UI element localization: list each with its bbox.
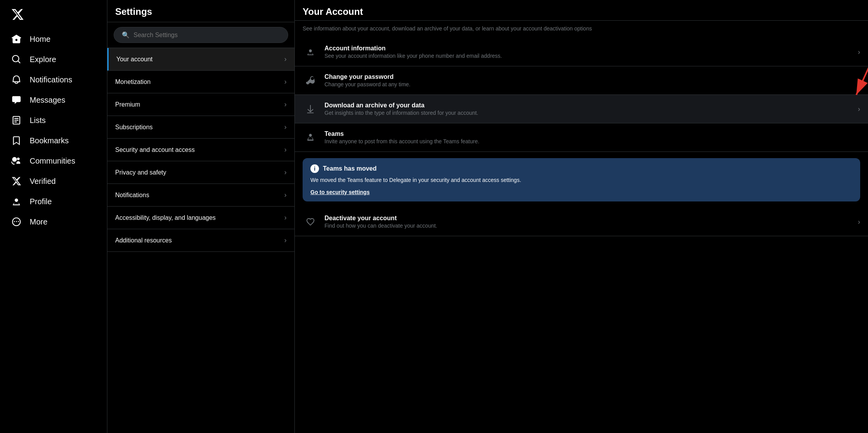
change-password-text: Change your password Change your passwor… <box>324 73 852 87</box>
teams-item[interactable]: Teams Invite anyone to post from this ac… <box>295 123 868 152</box>
search-icon: 🔍 <box>122 31 130 39</box>
sidebar: Home Explore Notifications Messages List… <box>0 0 107 433</box>
settings-menu-monetization[interactable]: Monetization › <box>107 71 294 93</box>
teams-desc: Invite anyone to post from this account … <box>324 138 860 144</box>
home-icon <box>11 34 22 45</box>
go-to-security-settings-link[interactable]: Go to security settings <box>310 189 852 195</box>
account-info-item[interactable]: Account information See your account inf… <box>295 38 868 66</box>
deactivate-desc: Find out how you can deactivate your acc… <box>324 223 852 229</box>
download-icon <box>303 101 318 117</box>
settings-panel: Settings 🔍 Your account › Monetization ›… <box>107 0 295 433</box>
messages-icon <box>11 94 22 105</box>
settings-menu-premium[interactable]: Premium › <box>107 93 294 116</box>
chevron-right-icon: › <box>284 78 287 86</box>
settings-menu-additional[interactable]: Additional resources › <box>107 229 294 252</box>
settings-menu-accessibility[interactable]: Accessibility, display, and languages › <box>107 207 294 229</box>
verified-label: Verified <box>30 177 56 186</box>
chevron-right-icon: › <box>284 123 287 131</box>
x-logo-icon <box>11 8 24 21</box>
profile-icon <box>11 196 22 207</box>
chevron-right-icon: › <box>284 191 287 199</box>
search-bar-wrapper: 🔍 <box>107 22 294 48</box>
account-info-desc: See your account information like your p… <box>324 53 852 59</box>
settings-menu-privacy-label: Privacy and safety <box>115 169 166 176</box>
key-icon <box>303 73 318 88</box>
bookmarks-icon <box>11 135 22 146</box>
download-archive-item[interactable]: Download an archive of your data Get ins… <box>295 95 868 123</box>
sidebar-item-verified[interactable]: Verified <box>5 171 102 191</box>
sidebar-item-messages[interactable]: Messages <box>5 90 102 110</box>
sidebar-item-lists[interactable]: Lists <box>5 110 102 130</box>
lists-label: Lists <box>30 116 46 125</box>
explore-label: Explore <box>30 55 56 64</box>
search-bar[interactable]: 🔍 <box>114 27 288 43</box>
profile-label: Profile <box>30 197 52 206</box>
account-info-text: Account information See your account inf… <box>324 45 852 59</box>
settings-menu-privacy[interactable]: Privacy and safety › <box>107 161 294 184</box>
account-items-list: Account information See your account inf… <box>295 38 868 236</box>
notifications-icon <box>11 74 22 85</box>
settings-menu-premium-label: Premium <box>115 101 140 108</box>
person-icon <box>303 44 318 60</box>
settings-menu-additional-label: Additional resources <box>115 237 172 244</box>
chevron-right-icon: › <box>284 146 287 154</box>
deactivate-text: Deactivate your account Find out how you… <box>324 215 852 229</box>
account-info-title: Account information <box>324 45 852 52</box>
sidebar-item-more[interactable]: More <box>5 212 102 232</box>
teams-title: Teams <box>324 130 860 137</box>
settings-title: Settings <box>107 0 294 22</box>
chevron-right-icon: › <box>858 48 860 56</box>
settings-menu-security[interactable]: Security and account access › <box>107 139 294 161</box>
notifications-label: Notifications <box>30 75 72 84</box>
home-label: Home <box>30 35 50 44</box>
change-password-title: Change your password <box>324 73 852 80</box>
deactivate-title: Deactivate your account <box>324 215 852 222</box>
chevron-right-icon: › <box>858 105 860 113</box>
x-logo[interactable] <box>5 3 102 27</box>
settings-menu-subscriptions[interactable]: Subscriptions › <box>107 116 294 139</box>
main-title: Your Account <box>295 0 868 21</box>
more-label: More <box>30 217 48 226</box>
explore-icon <box>11 54 22 65</box>
more-icon <box>11 216 22 227</box>
info-icon: i <box>310 164 319 173</box>
download-archive-title: Download an archive of your data <box>324 102 852 109</box>
teams-banner-header: i Teams has moved <box>310 164 852 173</box>
change-password-item[interactable]: Change your password Change your passwor… <box>295 66 868 95</box>
settings-menu-notifications[interactable]: Notifications › <box>107 184 294 207</box>
heart-icon <box>303 214 318 230</box>
people-icon <box>303 130 318 145</box>
main-subtitle: See information about your account, down… <box>295 21 868 32</box>
chevron-right-icon: › <box>284 236 287 244</box>
change-password-desc: Change your password at any time. <box>324 81 852 87</box>
messages-label: Messages <box>30 96 65 105</box>
settings-menu-your-account-label: Your account <box>116 56 153 63</box>
lists-icon <box>11 115 22 126</box>
settings-menu-subscriptions-label: Subscriptions <box>115 124 153 131</box>
sidebar-item-home[interactable]: Home <box>5 29 102 49</box>
settings-menu-security-label: Security and account access <box>115 146 195 153</box>
sidebar-item-profile[interactable]: Profile <box>5 191 102 212</box>
teams-banner: i Teams has moved We moved the Teams fea… <box>303 158 860 201</box>
settings-menu-notifications-label: Notifications <box>115 192 149 199</box>
download-archive-desc: Get insights into the type of informatio… <box>324 110 852 116</box>
sidebar-item-communities[interactable]: Communities <box>5 151 102 171</box>
sidebar-item-notifications[interactable]: Notifications <box>5 69 102 90</box>
bookmarks-label: Bookmarks <box>30 136 69 145</box>
deactivate-item[interactable]: Deactivate your account Find out how you… <box>295 208 868 236</box>
teams-banner-title: Teams has moved <box>323 165 377 172</box>
chevron-right-icon: › <box>284 55 287 63</box>
teams-banner-text: We moved the Teams feature to Delegate i… <box>310 176 852 184</box>
teams-text: Teams Invite anyone to post from this ac… <box>324 130 860 144</box>
communities-label: Communities <box>30 157 75 166</box>
chevron-right-icon: › <box>284 168 287 176</box>
sidebar-item-bookmarks[interactable]: Bookmarks <box>5 130 102 151</box>
communities-icon <box>11 155 22 166</box>
search-input[interactable] <box>134 32 280 39</box>
settings-menu-accessibility-label: Accessibility, display, and languages <box>115 214 216 221</box>
settings-menu-your-account[interactable]: Your account › <box>107 48 294 71</box>
main-content: Your Account See information about your … <box>295 0 868 433</box>
chevron-right-icon: › <box>284 214 287 222</box>
chevron-right-icon: › <box>858 77 860 85</box>
sidebar-item-explore[interactable]: Explore <box>5 49 102 69</box>
